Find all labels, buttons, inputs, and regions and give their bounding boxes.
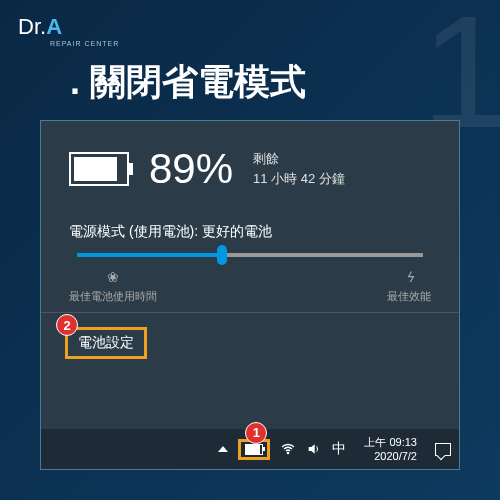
brand-logo: Dr.A: [18, 14, 62, 40]
taskbar-clock[interactable]: 上午 09:13 2020/7/2: [364, 435, 417, 464]
best-battery-label: 最佳電池使用時間: [69, 289, 157, 304]
screenshot-window: 89% 剩餘 11 小時 42 分鐘 電源模式 (使用電池): 更好的電池 ❀ …: [40, 120, 460, 470]
callout-badge-1: 1: [245, 422, 267, 444]
page-title: .關閉省電模式: [70, 58, 306, 107]
sound-tray-icon[interactable]: [306, 441, 322, 457]
tray-overflow-button[interactable]: [218, 446, 228, 452]
logo-mark: A: [46, 14, 62, 39]
battery-flyout-panel: 89% 剩餘 11 小時 42 分鐘 電源模式 (使用電池): 更好的電池 ❀ …: [41, 121, 459, 359]
remaining-time: 11 小時 42 分鐘: [253, 170, 345, 188]
power-mode-label: 電源模式 (使用電池): 更好的電池: [69, 223, 431, 241]
slider-labels-row: ❀ 最佳電池使用時間 ϟ 最佳效能: [69, 269, 431, 304]
clock-time: 上午 09:13: [364, 435, 417, 449]
logo-subtitle: REPAIR CENTER: [50, 40, 119, 47]
battery-tray-highlight[interactable]: 1: [238, 439, 270, 460]
divider: [41, 312, 459, 313]
battery-status-row: 89% 剩餘 11 小時 42 分鐘: [69, 145, 431, 193]
battery-tray-icon: [245, 444, 263, 455]
settings-link-text: 電池設定: [78, 334, 134, 350]
best-performance-label: 最佳效能: [387, 289, 431, 304]
chevron-up-icon: [218, 446, 228, 452]
svg-point-0: [288, 452, 289, 453]
battery-percent: 89%: [149, 145, 233, 193]
leaf-icon: ❀: [107, 269, 119, 285]
power-mode-slider[interactable]: [77, 253, 423, 257]
clock-date: 2020/7/2: [374, 449, 417, 463]
battery-tray-fill: [246, 445, 260, 454]
callout-badge-2: 2: [56, 314, 78, 336]
slider-right-end: ϟ 最佳效能: [387, 269, 431, 304]
battery-settings-link[interactable]: 2 電池設定: [65, 327, 147, 359]
taskbar: 1 中 上午 09:13 2020/7/2: [41, 429, 459, 469]
wifi-tray-icon[interactable]: [280, 441, 296, 457]
bolt-icon: ϟ: [405, 269, 414, 285]
ime-indicator[interactable]: 中: [332, 440, 346, 458]
battery-fill-level: [74, 157, 117, 181]
slider-active-track: [77, 253, 222, 257]
remaining-label: 剩餘: [253, 150, 345, 168]
logo-prefix: Dr.: [18, 14, 46, 39]
battery-icon: [69, 152, 129, 186]
system-tray: 1 中: [218, 439, 346, 460]
battery-remaining: 剩餘 11 小時 42 分鐘: [253, 150, 345, 188]
slider-thumb[interactable]: [217, 245, 227, 265]
slider-left-end: ❀ 最佳電池使用時間: [69, 269, 157, 304]
title-bullet: .: [70, 61, 80, 102]
title-text: 關閉省電模式: [90, 61, 306, 102]
action-center-icon[interactable]: [435, 443, 451, 456]
